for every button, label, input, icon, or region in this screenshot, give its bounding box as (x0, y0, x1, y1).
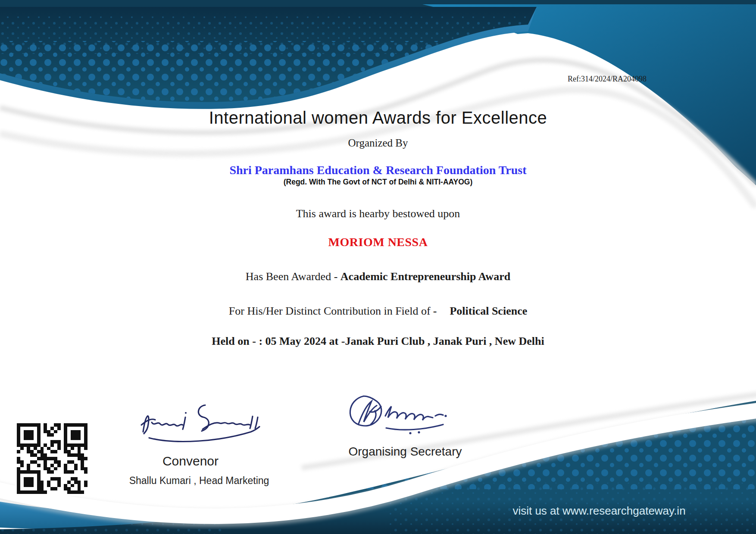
convenor-role-label: Convenor (126, 454, 255, 468)
organized-by-label: Organized By (0, 137, 756, 150)
bestow-line: This award is hearby bestowed upon (0, 207, 756, 220)
certificate-page: Ref:314/2024/RA204098 International wome… (0, 0, 756, 534)
field-prefix: For His/Her Distinct Contribution in Fie… (229, 305, 431, 317)
award-prefix: Has Been Awarded - (246, 270, 341, 283)
field-line: For His/Her Distinct Contribution in Fie… (0, 305, 756, 318)
recipient-name: MORIOM NESSA (0, 235, 756, 249)
website-line: visit us at www.researchgateway.in (509, 504, 690, 518)
award-line: Has Been Awarded - Academic Entrepreneur… (0, 270, 756, 283)
award-name: Academic Entrepreneurship Award (341, 270, 510, 283)
field-dash: - (433, 305, 437, 317)
secretary-role-label: Organising Secretary (319, 445, 491, 459)
certificate-title: International women Awards for Excellenc… (0, 108, 756, 128)
field-name: Political Science (450, 305, 527, 317)
organization-name: Shri Paramhans Education & Research Foun… (0, 163, 756, 177)
qr-code (15, 422, 89, 496)
event-line: Held on - : 05 May 2024 at -Janak Puri C… (0, 335, 756, 348)
convenor-name-label: Shallu Kumari , Head Marketing (117, 475, 281, 487)
certificate-content: Ref:314/2024/RA204098 International wome… (0, 0, 756, 534)
registration-note: (Regd. With The Govt of NCT of Delhi & N… (0, 178, 756, 186)
convenor-signature (137, 396, 266, 450)
secretary-signature (337, 389, 466, 437)
ref-number: Ref:314/2024/RA204098 (568, 75, 647, 84)
